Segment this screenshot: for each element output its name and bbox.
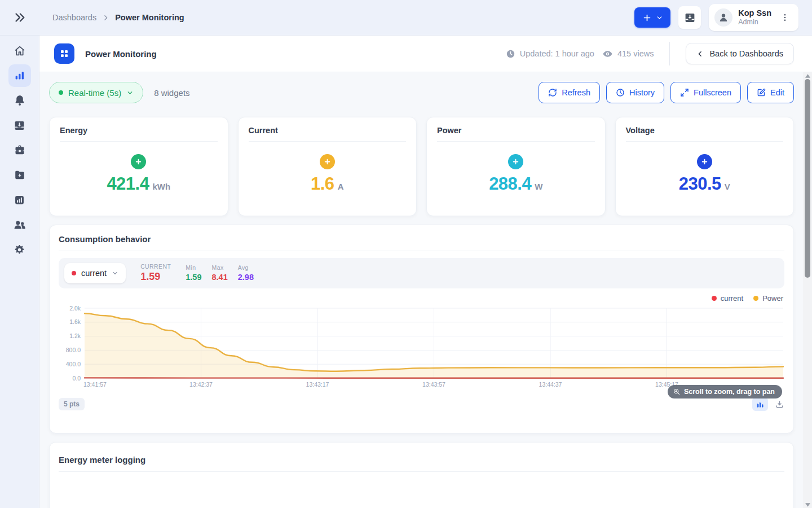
vertical-scrollbar[interactable] bbox=[803, 72, 812, 508]
user-menu[interactable]: Kop Ssn Admin bbox=[709, 4, 798, 31]
stat-value: 230.5 bbox=[679, 174, 721, 194]
stat-card-voltage: Voltage 230.5 V bbox=[615, 117, 795, 216]
logging-card-title: Energy meter logging bbox=[50, 443, 793, 471]
chevron-down-icon bbox=[126, 89, 134, 97]
inbox-download-icon bbox=[684, 12, 696, 24]
sidebar-item-users[interactable] bbox=[8, 213, 31, 236]
dashboard-icon bbox=[54, 43, 74, 64]
sidebar-item-alerts[interactable] bbox=[8, 89, 31, 112]
updated-text: Updated: 1 hour ago bbox=[520, 49, 594, 58]
stat-card-power: Power 288.4 W bbox=[426, 117, 606, 216]
breadcrumb: Dashboards Power Monitoring bbox=[52, 13, 184, 22]
stat-title: Power bbox=[427, 117, 605, 141]
clock-icon bbox=[506, 49, 515, 59]
page-title: Power Monitoring bbox=[85, 49, 157, 59]
chart-footer: 5 pts bbox=[59, 397, 784, 411]
sidebar-item-home[interactable] bbox=[8, 40, 31, 62]
inbox-button[interactable] bbox=[678, 6, 701, 29]
scroll-up-arrow[interactable] bbox=[803, 72, 812, 79]
divider bbox=[59, 471, 784, 472]
sidebar-item-inbox[interactable] bbox=[8, 114, 31, 137]
page-header: Power Monitoring Updated: 1 hour ago 415… bbox=[39, 36, 812, 72]
chart-legend: current Power bbox=[60, 294, 783, 303]
double-chevron-right-icon bbox=[14, 11, 26, 24]
legend-power[interactable]: Power bbox=[753, 294, 783, 303]
download-button[interactable] bbox=[775, 400, 784, 409]
sidebar-item-settings[interactable] bbox=[8, 238, 31, 261]
sidebar-item-reports[interactable] bbox=[8, 189, 31, 211]
stat-min: Min 1.59 bbox=[186, 264, 201, 282]
fullscreen-icon bbox=[680, 88, 689, 97]
back-to-dashboards-button[interactable]: Back to Dashboards bbox=[686, 43, 794, 64]
stat-title: Current bbox=[239, 117, 417, 141]
svg-text:0.0: 0.0 bbox=[72, 375, 81, 382]
history-clock-icon bbox=[616, 88, 625, 97]
svg-text:13:43:17: 13:43:17 bbox=[306, 381, 329, 388]
svg-text:800.0: 800.0 bbox=[66, 347, 81, 353]
chart-area[interactable]: 2.0k1.6k1.2k800.0400.00.013:41:5713:42:3… bbox=[59, 304, 784, 388]
avatar bbox=[714, 8, 732, 27]
chevron-down-icon bbox=[656, 14, 663, 21]
gear-icon bbox=[14, 244, 25, 256]
stat-unit: W bbox=[535, 182, 542, 191]
topbar: Dashboards Power Monitoring Kop Ssn bbox=[0, 0, 812, 36]
views-meta: 415 views bbox=[602, 49, 654, 59]
refresh-button[interactable]: Refresh bbox=[539, 82, 600, 103]
stat-unit: A bbox=[338, 182, 344, 191]
divider bbox=[626, 141, 784, 142]
scrollbar-thumb[interactable] bbox=[805, 79, 810, 278]
chart-card-title: Consumption behavior bbox=[50, 225, 793, 251]
stat-value: 288.4 bbox=[489, 174, 531, 194]
create-button[interactable] bbox=[634, 7, 670, 28]
sidebar-item-files[interactable] bbox=[8, 164, 31, 186]
plus-circle-icon bbox=[320, 154, 335, 169]
plus-circle-icon bbox=[131, 154, 146, 169]
stat-max: Max 8.41 bbox=[212, 264, 228, 282]
stat-unit: V bbox=[725, 182, 730, 191]
sidebar-expand-button[interactable] bbox=[0, 11, 39, 24]
divider bbox=[437, 141, 595, 142]
svg-text:1.2k: 1.2k bbox=[69, 332, 81, 339]
sidebar-item-projects[interactable] bbox=[8, 139, 31, 161]
home-icon bbox=[14, 45, 26, 57]
breadcrumb-dashboards[interactable]: Dashboards bbox=[52, 13, 96, 22]
inbox-download-icon bbox=[14, 120, 25, 132]
sidebar bbox=[0, 36, 39, 508]
plus-icon bbox=[642, 13, 652, 23]
scroll-down-arrow[interactable] bbox=[803, 501, 812, 508]
svg-text:1.6k: 1.6k bbox=[69, 318, 81, 325]
svg-text:400.0: 400.0 bbox=[66, 361, 81, 367]
stat-card-current: Current 1.6 A bbox=[238, 117, 417, 216]
bar-chart-icon bbox=[14, 69, 26, 82]
briefcase-icon bbox=[14, 144, 26, 156]
series-dot-icon bbox=[72, 271, 76, 275]
chart-type-button[interactable] bbox=[752, 397, 768, 411]
stat-title: Voltage bbox=[616, 117, 794, 141]
users-icon bbox=[13, 218, 26, 231]
zoom-in-icon bbox=[673, 388, 681, 396]
history-button[interactable]: History bbox=[606, 82, 664, 103]
divider bbox=[59, 251, 784, 251]
refresh-icon bbox=[548, 88, 557, 97]
series-stats-strip: current CURRENT 1.59 Min 1.59 Max 8.41 bbox=[59, 258, 784, 288]
bell-icon bbox=[14, 94, 26, 107]
fullscreen-button[interactable]: Fullscreen bbox=[670, 82, 741, 103]
user-role: Admin bbox=[738, 18, 771, 27]
chart-square-icon bbox=[14, 194, 25, 206]
realtime-mode-select[interactable]: Real-time (5s) bbox=[49, 82, 143, 103]
edit-button[interactable]: Edit bbox=[747, 82, 794, 103]
stat-title: Energy bbox=[50, 117, 228, 141]
svg-text:2.0k: 2.0k bbox=[69, 305, 81, 312]
sidebar-item-dashboards[interactable] bbox=[8, 64, 31, 87]
divider bbox=[669, 42, 670, 65]
stat-avg: Avg 2.98 bbox=[238, 264, 254, 282]
kebab-menu-icon[interactable] bbox=[777, 10, 793, 25]
stat-unit: kWh bbox=[152, 182, 170, 191]
consumption-line-chart[interactable]: 2.0k1.6k1.2k800.0400.00.013:41:5713:42:3… bbox=[59, 304, 785, 388]
divider bbox=[60, 141, 218, 142]
svg-text:13:41:57: 13:41:57 bbox=[83, 381, 107, 388]
points-badge: 5 pts bbox=[59, 398, 85, 410]
chevron-left-icon bbox=[696, 50, 704, 58]
series-selector[interactable]: current bbox=[64, 263, 126, 283]
legend-current[interactable]: current bbox=[712, 294, 743, 303]
